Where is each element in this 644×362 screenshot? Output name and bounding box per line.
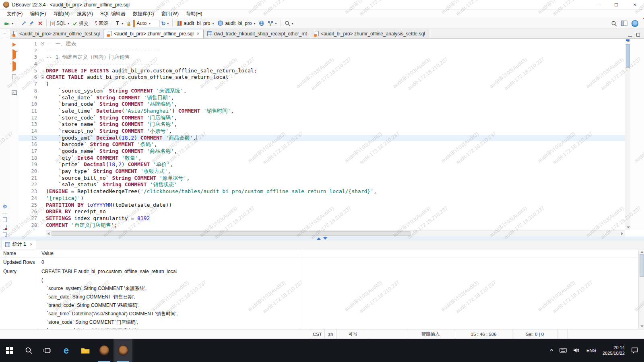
action-center-icon[interactable] — [631, 347, 638, 354]
globe-button[interactable] — [257, 20, 266, 27]
taskbar-search-button[interactable] — [19, 339, 38, 362]
transaction-mode-button[interactable]: T ▾ — [114, 20, 125, 27]
dbeaver-taskbar-button[interactable] — [95, 339, 114, 362]
code-line[interactable]: 3-- 1 创建自定义（国内）门店销售 — [19, 54, 625, 61]
scroll-left-icon[interactable] — [47, 232, 50, 235]
quick-search-icon[interactable] — [611, 21, 617, 27]
connection-selector[interactable]: audit_bi_pro ▾ — [175, 20, 216, 27]
code-line[interactable]: 17 `goods_name` String COMMENT '商品名称', — [19, 148, 625, 155]
code-line[interactable]: 20 `pay_type` String COMMENT '收银方式', — [19, 168, 625, 175]
delete-script-button[interactable] — [36, 20, 44, 27]
code-line[interactable]: 24'{replica}') — [19, 195, 625, 202]
scroll-down-icon[interactable] — [627, 226, 630, 228]
speaker-icon[interactable] — [573, 348, 580, 353]
lock-button[interactable] — [125, 20, 133, 27]
sql-menu-button[interactable]: S SQL ▾ — [49, 20, 71, 27]
schema-selector[interactable]: audit_bi_pro ▾ — [216, 20, 257, 27]
result-row[interactable]: QueryCREATE TABLE audit_bi_pro.custom_of… — [0, 267, 644, 329]
scroll-right-icon[interactable] — [621, 232, 623, 235]
menu-item[interactable]: 编辑(E) — [26, 10, 50, 18]
menu-item[interactable]: 数据库(D) — [129, 10, 158, 18]
execute-script-button[interactable]: ≡ — [12, 63, 16, 70]
column-header-value[interactable]: Value — [38, 249, 644, 257]
code-line[interactable]: 5DROP TABLE IF EXISTS audit_bi_pro.custo… — [19, 68, 625, 74]
code-line[interactable]: 2------------------------------------ — [19, 47, 625, 54]
maximize-button[interactable]: □ — [607, 0, 625, 9]
minimize-editor-icon[interactable] — [628, 33, 632, 37]
start-button[interactable] — [0, 339, 19, 362]
commit-button[interactable]: 提交 — [71, 19, 90, 28]
scroll-up-icon[interactable] — [640, 251, 644, 253]
dbeaver-cloud-icon[interactable] — [632, 20, 638, 27]
scrollbar-thumb[interactable] — [52, 231, 411, 236]
code-line[interactable]: 19 `price` Decimal(18,2) COMMENT '单价', — [19, 161, 625, 168]
scroll-down-icon[interactable] — [640, 325, 644, 327]
fold-column[interactable] — [40, 74, 46, 81]
touch-keyboard-icon[interactable] — [559, 348, 567, 353]
statistics-tab[interactable]: 统计 1 × — [2, 241, 36, 249]
code-line[interactable]: 15 `goods_amt` Decimal(18,2) COMMENT '商品… — [19, 135, 625, 142]
sash-up-icon[interactable] — [317, 237, 321, 240]
results-vertical-scrollbar[interactable] — [638, 249, 644, 329]
new-connection-button[interactable]: ▾ — [2, 20, 15, 27]
editor-tab[interactable]: dwd_trade_hkaudit_shop_receipt_other_mt — [204, 29, 311, 38]
close-tab-icon[interactable]: × — [197, 31, 200, 37]
menu-item[interactable]: 文件(F) — [3, 10, 26, 18]
code-line[interactable]: 10 `brand_code` String COMMENT '品牌编码', — [19, 101, 625, 108]
export-doc-red-icon[interactable] — [3, 225, 7, 230]
query-history-button[interactable]: ↻ ▾ — [159, 20, 170, 27]
code-line[interactable]: 23)ENGINE = ReplicatedMergeTree('/clickh… — [19, 188, 625, 195]
column-header-name[interactable]: Name — [0, 249, 38, 257]
code-line[interactable]: 14 `receipt_no` String COMMENT '小票号', — [19, 128, 625, 135]
code-line[interactable]: 1-- 一、建表 — [19, 41, 625, 47]
editor-tab[interactable]: <audit_bi_pro> zhumr_offline_analysis_se… — [311, 29, 429, 38]
code-line[interactable]: 13 `store_name` String COMMENT '门店名称', — [19, 121, 625, 128]
code-line[interactable]: 26ORDER BY receipt_no — [19, 208, 625, 215]
code-line[interactable]: 6CREATE TABLE audit_bi_pro.custom_offlin… — [19, 74, 625, 81]
terminal-icon[interactable]: >_ — [12, 90, 17, 95]
tray-expand-icon[interactable]: ^ — [550, 348, 553, 354]
editor-tab[interactable]: <audit_bi_pro> zhumr_offline_pre.sql× — [104, 29, 204, 38]
code-line[interactable]: 27SETTINGS index_granularity = 8192 — [19, 215, 625, 222]
rollback-button[interactable]: 回滚 — [90, 19, 110, 28]
sql-editor[interactable]: 1-- 一、建表2-------------------------------… — [19, 39, 625, 230]
fold-column[interactable] — [40, 41, 46, 47]
restore-panel-icon[interactable] — [3, 32, 7, 36]
code-line[interactable]: 21 `source_bill_no` String COMMENT '原单据号… — [19, 175, 625, 182]
execute-new-tab-button[interactable]: + — [12, 51, 16, 58]
code-line[interactable]: 16 `barcode` String COMMENT '条码', — [19, 141, 625, 148]
scrollbar-thumb[interactable] — [640, 254, 644, 277]
language-indicator[interactable]: ENG — [586, 348, 596, 353]
scrollbar-thumb[interactable] — [626, 44, 630, 68]
attach-script-button[interactable] — [19, 20, 28, 27]
rename-script-button[interactable] — [28, 20, 36, 27]
code-line[interactable]: 4------------------------------------ — [19, 61, 625, 68]
menu-item[interactable]: SQL 编辑器 — [97, 10, 129, 18]
code-line[interactable]: 22 `sale_status` String COMMENT '销售状态' — [19, 181, 625, 188]
fold-collapse-icon[interactable] — [41, 75, 44, 79]
maximize-editor-icon[interactable] — [636, 33, 640, 37]
task-view-button[interactable] — [38, 339, 57, 362]
close-tab-icon[interactable]: × — [30, 242, 33, 247]
code-area[interactable]: 1-- 一、建表2-------------------------------… — [19, 39, 625, 230]
code-line[interactable]: 11 `sale_time` Datetime('Asia/Shanghai')… — [19, 108, 625, 115]
result-row[interactable]: Updated Rows0 — [0, 257, 644, 267]
code-line[interactable]: 7( — [19, 81, 625, 88]
fold-collapse-icon[interactable] — [41, 42, 44, 45]
code-line[interactable]: 9 `sale_date` String COMMENT '销售日期', — [19, 95, 625, 101]
execute-statement-icon[interactable] — [12, 43, 16, 47]
menu-item[interactable]: 窗口(W) — [158, 10, 182, 18]
code-line[interactable]: 12 `store_code` String COMMENT '门店编码', — [19, 115, 625, 121]
dbeaver-taskbar-button-active[interactable] — [114, 339, 132, 362]
toolbar-search-button[interactable]: ▾ — [283, 20, 295, 27]
panel-sash[interactable] — [0, 237, 644, 241]
menu-item[interactable]: 导航(N) — [50, 10, 73, 18]
minimize-button[interactable]: – — [588, 0, 607, 9]
editor-horizontal-scrollbar[interactable] — [46, 230, 625, 237]
edge-button[interactable]: e — [57, 339, 76, 362]
script-doc-icon[interactable] — [3, 217, 7, 222]
code-line[interactable]: 8 `source_system` String COMMENT '来源系统', — [19, 88, 625, 95]
sash-down-icon[interactable] — [323, 237, 327, 240]
explain-plan-icon[interactable] — [12, 74, 16, 79]
autocommit-combo[interactable]: Auto ▾ — [133, 20, 159, 27]
